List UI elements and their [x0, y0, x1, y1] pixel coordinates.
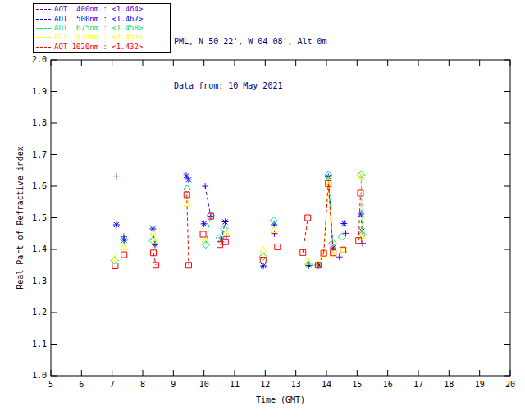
x-axis-label: Time (GMT)	[199, 395, 363, 404]
square-marker	[121, 252, 127, 258]
asterisk-marker	[260, 262, 267, 269]
legend-item-aot-870nm: AOT 870nm : <1.453>	[36, 33, 167, 42]
x-tick-label: 8	[140, 380, 145, 389]
legend-line-sample	[36, 28, 51, 29]
data-date: Data from: 10 May 2021	[174, 79, 327, 94]
x-tick-label: 7	[110, 380, 115, 389]
y-tick-label: 1.4	[32, 244, 47, 253]
station-info: PML, N 50 22', W 04 08', Alt 0m	[174, 34, 327, 49]
series-aot-675nm	[111, 171, 366, 269]
square-marker	[200, 231, 206, 237]
series-segment	[187, 194, 189, 265]
legend-item-aot-500nm: AOT 500nm : <1.467>	[36, 15, 167, 24]
legend-item-aot-400nm: AOT 400nm : <1.464>	[36, 5, 167, 14]
y-tick-label: 1.8	[32, 118, 47, 127]
series-aot-870nm	[112, 173, 365, 267]
square-marker	[275, 244, 281, 249]
asterisk-marker	[113, 221, 120, 228]
legend-line-sample	[36, 37, 51, 38]
legend-label: AOT 675nm : <1.458>	[54, 24, 143, 33]
asterisk-marker	[221, 219, 228, 226]
series-segment	[153, 253, 156, 265]
diamond-marker	[338, 233, 345, 240]
x-tick-label: 18	[444, 380, 454, 389]
series-segment	[324, 184, 329, 253]
asterisk-marker	[340, 220, 347, 226]
plus-marker	[336, 253, 343, 260]
asterisk-marker	[201, 221, 208, 227]
y-tick-label: 1.6	[32, 181, 47, 190]
legend-box: AOT 400nm : <1.464>AOT 500nm : <1.467>AO…	[33, 3, 171, 53]
x-tick-label: 16	[383, 380, 393, 389]
x-tick-label: 9	[171, 380, 176, 389]
y-tick-label: 1.1	[32, 340, 47, 349]
x-tick-label: 15	[352, 380, 362, 389]
x-tick-label: 6	[79, 380, 84, 389]
x-tick-label: 5	[48, 380, 53, 389]
legend-label: AOT 870nm : <1.453>	[54, 33, 143, 42]
x-tick-label: 20	[505, 380, 515, 389]
legend-item-aot-1020nm: AOT 1020nm : <1.432>	[36, 43, 167, 52]
plus-marker	[202, 183, 208, 189]
legend-line-sample	[36, 19, 51, 20]
legend-label: AOT 1020nm : <1.432>	[54, 43, 143, 52]
y-tick-label: 1.2	[32, 308, 47, 317]
asterisk-marker	[185, 176, 192, 183]
legend-line-sample	[36, 9, 51, 10]
x-tick-label: 10	[199, 380, 209, 389]
x-tick-label: 13	[291, 380, 301, 389]
y-tick-label: 1.0	[32, 371, 47, 380]
plus-marker	[113, 173, 120, 180]
aot-refractive-index-plot-window: 5678910111213141516171819201.01.11.21.31…	[0, 0, 525, 420]
x-tick-label: 17	[413, 380, 423, 389]
y-tick-label: 1.7	[32, 150, 47, 159]
x-tick-label: 11	[230, 380, 240, 389]
plus-marker	[343, 230, 349, 236]
legend-label: AOT 500nm : <1.467>	[54, 15, 143, 24]
x-tick-label: 19	[475, 380, 485, 389]
header-text: PML, N 50 22', W 04 08', Alt 0m Data fro…	[174, 5, 327, 123]
series-segment	[205, 186, 211, 217]
legend-item-aot-675nm: AOT 675nm : <1.458>	[36, 24, 167, 33]
x-tick-label: 12	[260, 380, 270, 389]
asterisk-marker	[149, 226, 156, 232]
asterisk-marker	[358, 211, 364, 217]
legend-label: AOT 400nm : <1.464>	[54, 5, 143, 14]
y-axis-label: Real Part of Refractive index	[16, 60, 26, 376]
x-tick-label: 14	[322, 380, 331, 389]
y-tick-label: 1.9	[32, 87, 47, 96]
triangle-marker	[121, 244, 127, 250]
y-tick-label: 1.5	[32, 213, 47, 222]
triangle-marker	[260, 246, 267, 253]
y-tick-label: 2.0	[32, 55, 47, 64]
series-segment	[303, 218, 308, 253]
legend-line-sample	[36, 47, 51, 48]
y-tick-label: 1.3	[32, 276, 47, 285]
